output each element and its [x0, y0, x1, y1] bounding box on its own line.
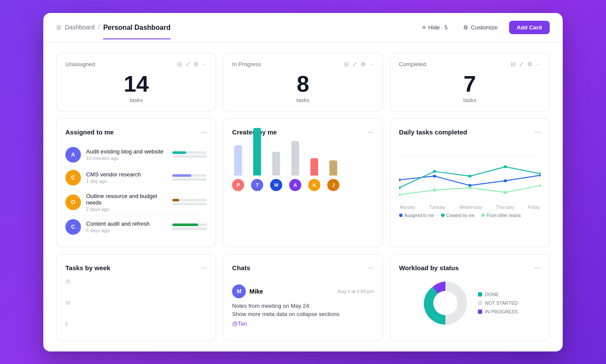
task-time: 1 day ago: [86, 179, 167, 184]
main-container: ⊞ Dashboard / Personal Dashboard ≡ Hide …: [43, 13, 563, 351]
workload-done: DONE: [478, 292, 518, 297]
settings-icon[interactable]: ⚙: [193, 61, 199, 67]
daily-menu[interactable]: ···: [534, 128, 541, 137]
task-info: Audit existing blog and website 10 minut…: [86, 148, 167, 161]
filter-icon[interactable]: ⊟: [344, 61, 349, 67]
svg-point-8: [503, 179, 507, 182]
chat-item: M Mike Aug 4 at 4:00 pm Notes from meeti…: [232, 279, 374, 332]
unassigned-actions[interactable]: ⊟ ⤢ ⚙ ···: [177, 61, 207, 67]
bar-group: P: [232, 145, 244, 191]
hide-icon: ≡: [422, 24, 426, 31]
x-label-mon: Monday: [400, 205, 416, 210]
bar-group: A: [289, 141, 301, 191]
task-time: 5 days ago: [86, 228, 167, 233]
task-progress: [172, 174, 207, 181]
content: Unassigned ⊟ ⤢ ⚙ ··· 14 tasks In Progres…: [43, 42, 563, 351]
x-label-thu: Thursday: [496, 205, 514, 210]
task-avatar: C: [65, 170, 81, 185]
week-chart: 15 10 5: [65, 279, 207, 327]
workload-not-started: NOT STARTED: [478, 300, 518, 306]
customize-button[interactable]: ⚙ Customize: [459, 22, 502, 33]
task-name: CMS vendor research: [86, 171, 167, 178]
bar-avatar: M: [270, 179, 282, 191]
week-title: Tasks by week: [65, 264, 110, 271]
settings-icon[interactable]: ⚙: [361, 61, 366, 67]
assigned-menu[interactable]: ···: [200, 128, 207, 137]
task-avatar: C: [65, 219, 81, 235]
chat-sender-name: Mike: [249, 288, 263, 295]
week-menu[interactable]: ···: [200, 263, 207, 272]
inprogress-unit: tasks: [232, 97, 374, 103]
chart-legend: Assigned to me Created by me From other …: [399, 213, 541, 218]
created-by-me-card: Created by me ··· P T M A K J: [223, 118, 383, 247]
expand-icon[interactable]: ⤢: [185, 61, 190, 67]
tasks-by-week-card: Tasks by week ··· 15 10 5: [56, 254, 216, 341]
daily-title: Daily tasks completed: [399, 128, 467, 136]
workload-labels: DONE NOT STARTED IN PROGRESS: [478, 292, 518, 314]
svg-point-12: [468, 175, 472, 177]
unassigned-number: 14: [65, 73, 207, 95]
inprogress-actions[interactable]: ⊟ ⤢ ⚙ ···: [344, 61, 374, 67]
more-icon[interactable]: ···: [369, 61, 374, 67]
chats-card: Chats ··· M Mike Aug 4 at 4:00 pm Notes …: [223, 254, 383, 341]
add-card-button[interactable]: Add Card: [509, 21, 550, 34]
workload-in-progress: IN PROGRESS: [478, 309, 518, 314]
chat-time: Aug 4 at 4:00 pm: [338, 289, 374, 294]
bar-avatar: P: [232, 179, 244, 191]
x-label-fri: Friday: [528, 205, 540, 210]
x-label-tue: Tuesday: [429, 205, 445, 210]
header: ⊞ Dashboard / Personal Dashboard ≡ Hide …: [43, 13, 563, 42]
task-item: C CMS vendor research 1 day ago: [65, 166, 207, 189]
bar-group: K: [308, 158, 320, 191]
bar: [234, 145, 242, 176]
settings-icon[interactable]: ⚙: [527, 61, 532, 67]
line-chart-svg: [399, 144, 541, 204]
chats-title: Chats: [232, 264, 250, 271]
assigned-to-me-card: Assigned to me ··· A Audit existing blog…: [56, 118, 216, 247]
more-icon[interactable]: ···: [536, 61, 541, 67]
bar-chart: P T M A K J: [232, 144, 374, 195]
bar-avatar: A: [289, 179, 301, 191]
hide-button[interactable]: ≡ Hide · 5: [418, 22, 452, 33]
filter-icon[interactable]: ⊟: [177, 61, 182, 67]
svg-point-17: [468, 186, 472, 189]
pie-chart: [422, 279, 469, 327]
middle-row: Assigned to me ··· A Audit existing blog…: [56, 118, 550, 247]
bar-avatar: J: [327, 179, 339, 191]
x-label-wed: Wednesday: [459, 205, 482, 210]
legend-created: Created by me: [446, 213, 475, 218]
unassigned-label: Unassigned: [65, 61, 95, 67]
task-name: Content audit and refresh: [86, 220, 167, 227]
chat-mention[interactable]: @Tan: [232, 320, 374, 327]
svg-point-18: [503, 191, 507, 193]
created-menu[interactable]: ···: [367, 128, 374, 137]
bar-group: J: [327, 160, 339, 191]
svg-point-11: [433, 170, 436, 172]
legend-assigned: Assigned to me: [404, 213, 434, 218]
bar: [272, 152, 280, 176]
bottom-row: Tasks by week ··· 15 10 5: [56, 254, 550, 341]
chat-line1: Notes from meeting on May 24:: [232, 302, 374, 310]
expand-icon[interactable]: ⤢: [519, 61, 524, 67]
workload-menu[interactable]: ···: [534, 263, 541, 272]
expand-icon[interactable]: ⤢: [352, 61, 357, 67]
bar: [329, 160, 337, 176]
chat-avatar: M: [232, 284, 246, 298]
header-actions: ≡ Hide · 5 ⚙ Customize Add Card: [418, 21, 550, 42]
completed-label: Completed: [399, 61, 426, 67]
bar: [310, 158, 318, 176]
svg-point-5: [399, 178, 401, 181]
daily-tasks-card: Daily tasks completed ···: [390, 118, 550, 247]
more-icon[interactable]: ···: [202, 61, 207, 67]
bar: [291, 141, 299, 176]
svg-point-15: [399, 193, 401, 196]
chats-menu[interactable]: ···: [367, 263, 374, 272]
chat-line2: Show more meta data on collapse sections: [232, 310, 374, 319]
task-info: Content audit and refresh 5 days ago: [86, 220, 167, 233]
completed-actions[interactable]: ⊟ ⤢ ⚙ ···: [511, 61, 541, 67]
stat-card-unassigned: Unassigned ⊟ ⤢ ⚙ ··· 14 tasks: [56, 53, 216, 112]
workload-content: DONE NOT STARTED IN PROGRESS: [399, 279, 541, 327]
filter-icon[interactable]: ⊟: [511, 61, 516, 67]
inprogress-label: In Progress: [232, 61, 261, 67]
svg-point-20: [433, 291, 458, 315]
